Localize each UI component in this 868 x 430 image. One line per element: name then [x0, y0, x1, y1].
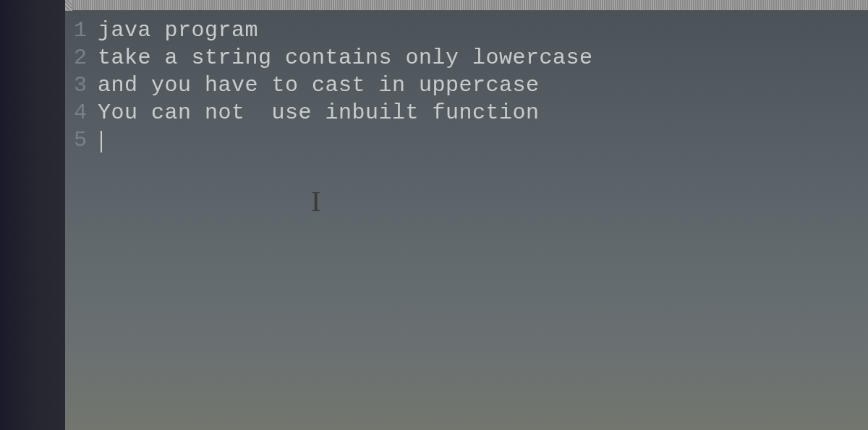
line-content[interactable]: and you have to cast in uppercase	[98, 72, 540, 99]
editor-line[interactable]: 4 You can not use inbuilt function	[65, 99, 868, 126]
editor-line[interactable]: 3 and you have to cast in uppercase	[65, 72, 868, 99]
scrollbar-corner	[65, 0, 72, 11]
line-number: 5	[65, 126, 98, 154]
editor-line[interactable]: 5	[65, 126, 868, 154]
editor-top-ruler	[65, 0, 868, 11]
window-left-border	[0, 0, 65, 430]
line-number: 1	[65, 17, 98, 44]
line-number: 2	[65, 44, 98, 72]
line-content[interactable]	[98, 126, 102, 154]
text-cursor	[101, 131, 102, 152]
line-number: 3	[65, 72, 98, 99]
line-content[interactable]: java program	[98, 17, 258, 44]
text-mouse-cursor-icon: I	[311, 184, 320, 218]
line-content[interactable]: You can not use inbuilt function	[98, 99, 540, 126]
editor-line[interactable]: 2 take a string contains only lowercase	[65, 44, 868, 72]
line-content[interactable]: take a string contains only lowercase	[98, 44, 593, 72]
editor-line[interactable]: 1 java program	[65, 17, 868, 44]
code-editor-area[interactable]: 1 java program 2 take a string contains …	[65, 11, 868, 430]
line-number: 4	[65, 99, 98, 126]
